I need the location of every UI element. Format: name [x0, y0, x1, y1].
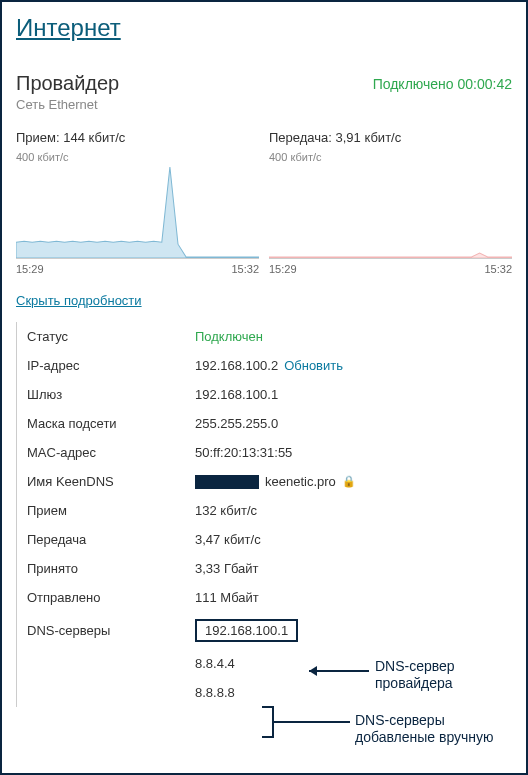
ip-label: IP-адрес	[27, 358, 195, 373]
connection-status: Подключено 00:00:42	[373, 76, 512, 92]
mac-label: MAC-адрес	[27, 445, 195, 460]
received-value: 3,33 Гбайт	[195, 561, 259, 576]
received-label: Принято	[27, 561, 195, 576]
gateway-label: Шлюз	[27, 387, 195, 402]
page-title-link[interactable]: Интернет	[16, 14, 121, 42]
svg-marker-1	[269, 253, 512, 258]
rx-chart: Прием: 144 кбит/с 400 кбит/с 15:29 15:32	[16, 130, 259, 275]
arrow-icon	[274, 721, 350, 723]
dns-label: DNS-серверы	[27, 623, 195, 638]
sent-value: 111 Мбайт	[195, 590, 259, 605]
dns-manual-1: 8.8.4.4	[195, 656, 235, 671]
dns-manual-2: 8.8.8.8	[195, 685, 235, 700]
redacted-box	[195, 475, 259, 489]
network-type: Сеть Ethernet	[16, 97, 512, 112]
toggle-details-link[interactable]: Скрыть подробности	[16, 293, 142, 308]
tx-chart: Передача: 3,91 кбит/с 400 кбит/с 15:29 1…	[269, 130, 512, 275]
rx-detail-value: 132 кбит/с	[195, 503, 257, 518]
gateway-value: 192.168.100.1	[195, 387, 278, 402]
keendns-value: keenetic.pro 🔒	[195, 474, 356, 489]
svg-marker-0	[16, 167, 259, 258]
status-label: Статус	[27, 329, 195, 344]
mask-label: Маска подсети	[27, 416, 195, 431]
mac-value: 50:ff:20:13:31:55	[195, 445, 292, 460]
sent-label: Отправлено	[27, 590, 195, 605]
arrow-icon	[309, 670, 369, 672]
status-value: Подключен	[195, 329, 263, 344]
arrow-connector-icon	[262, 736, 272, 738]
mask-value: 255.255.255.0	[195, 416, 278, 431]
tx-detail-value: 3,47 кбит/с	[195, 532, 261, 547]
tx-time-end: 15:32	[484, 263, 512, 275]
arrow-connector-icon	[262, 706, 272, 708]
rx-time-start: 15:29	[16, 263, 44, 275]
keendns-label: Имя KeenDNS	[27, 474, 195, 489]
tx-time-start: 15:29	[269, 263, 297, 275]
dns-primary-value: 192.168.100.1	[195, 619, 298, 642]
ip-refresh-link[interactable]: Обновить	[284, 358, 343, 373]
lock-icon: 🔒	[342, 475, 356, 488]
provider-title: Провайдер	[16, 72, 119, 95]
ip-value: 192.168.100.2	[195, 358, 278, 373]
rx-time-end: 15:32	[231, 263, 259, 275]
details-panel: Статус Подключен IP-адрес 192.168.100.2 …	[16, 322, 512, 707]
rx-detail-label: Прием	[27, 503, 195, 518]
tx-detail-label: Передача	[27, 532, 195, 547]
